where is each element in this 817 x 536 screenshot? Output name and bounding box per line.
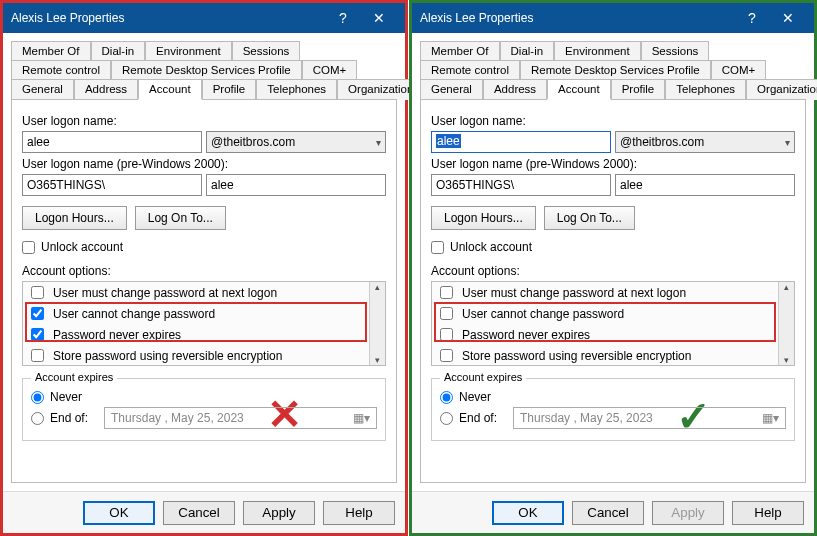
logon-name-input[interactable] xyxy=(22,131,202,153)
tab-member-of[interactable]: Member Of xyxy=(11,41,91,60)
pre2000-name-input[interactable] xyxy=(615,174,795,196)
tab-account[interactable]: Account xyxy=(138,79,202,100)
tab-row-1: Member Of Dial-in Environment Sessions xyxy=(11,41,397,60)
close-icon[interactable]: ✕ xyxy=(361,10,397,26)
account-panel: User logon name: @theitbros.com ▾ User l… xyxy=(11,99,397,483)
account-options-label: Account options: xyxy=(431,264,795,278)
logon-name-input[interactable]: alee xyxy=(431,131,611,153)
title: Alexis Lee Properties xyxy=(420,11,734,25)
account-options-list: User must change password at next logon … xyxy=(431,281,795,366)
tab-remote-control[interactable]: Remote control xyxy=(11,60,111,79)
expires-legend: Account expires xyxy=(440,371,526,383)
pre2000-label: User logon name (pre-Windows 2000): xyxy=(22,157,386,171)
tab-address[interactable]: Address xyxy=(74,79,138,100)
tab-rdsp[interactable]: Remote Desktop Services Profile xyxy=(520,60,711,79)
pre2000-domain-input[interactable] xyxy=(22,174,202,196)
ok-button[interactable]: OK xyxy=(492,501,564,525)
tab-remote-control[interactable]: Remote control xyxy=(420,60,520,79)
tab-telephones[interactable]: Telephones xyxy=(665,79,746,100)
dialog-left: Alexis Lee Properties ? ✕ Member Of Dial… xyxy=(0,0,408,536)
help-button[interactable]: Help xyxy=(323,501,395,525)
date-picker[interactable]: Thursday , May 25, 2023 ▦▾ xyxy=(104,407,377,429)
log-on-to-button[interactable]: Log On To... xyxy=(135,206,226,230)
radio-never[interactable]: Never xyxy=(31,390,377,404)
unlock-checkbox[interactable] xyxy=(22,241,35,254)
option-reversible[interactable]: Store password using reversible encrypti… xyxy=(432,345,794,366)
domain-value: @theitbros.com xyxy=(211,135,295,149)
titlebar: Alexis Lee Properties ? ✕ xyxy=(412,3,814,33)
cancel-button[interactable]: Cancel xyxy=(163,501,235,525)
radio-never[interactable]: Never xyxy=(440,390,786,404)
tab-sessions[interactable]: Sessions xyxy=(232,41,301,60)
tab-complus[interactable]: COM+ xyxy=(302,60,358,79)
logon-name-label: User logon name: xyxy=(431,114,795,128)
option-cannot-change[interactable]: User cannot change password xyxy=(23,303,385,324)
option-reversible[interactable]: Store password using reversible encrypti… xyxy=(23,345,385,366)
scrollbar[interactable]: ▴▾ xyxy=(369,282,385,365)
option-never-expires[interactable]: Password never expires xyxy=(23,324,385,345)
option-must-change[interactable]: User must change password at next logon xyxy=(432,282,794,303)
footer: OK Cancel Apply Help xyxy=(3,491,405,533)
tab-dial-in[interactable]: Dial-in xyxy=(500,41,555,60)
account-expires-group: Account expires Never End of: Thursday ,… xyxy=(431,378,795,441)
tab-row-2: Remote control Remote Desktop Services P… xyxy=(11,60,397,79)
account-panel: User logon name: alee @theitbros.com ▾ U… xyxy=(420,99,806,483)
tab-profile[interactable]: Profile xyxy=(202,79,257,100)
close-icon[interactable]: ✕ xyxy=(770,10,806,26)
tab-profile[interactable]: Profile xyxy=(611,79,666,100)
option-never-expires[interactable]: Password never expires xyxy=(432,324,794,345)
tab-member-of[interactable]: Member Of xyxy=(420,41,500,60)
scroll-up-icon: ▴ xyxy=(375,282,380,292)
unlock-account-checkbox[interactable]: Unlock account xyxy=(22,240,386,254)
domain-combo[interactable]: @theitbros.com ▾ xyxy=(206,131,386,153)
apply-button[interactable]: Apply xyxy=(652,501,724,525)
tab-telephones[interactable]: Telephones xyxy=(256,79,337,100)
tabs: Member Of Dial-in Environment Sessions R… xyxy=(420,41,806,100)
tab-complus[interactable]: COM+ xyxy=(711,60,767,79)
tab-account[interactable]: Account xyxy=(547,79,611,100)
expires-legend: Account expires xyxy=(31,371,117,383)
logon-hours-button[interactable]: Logon Hours... xyxy=(431,206,536,230)
dialog-right: Alexis Lee Properties ? ✕ Member Of Dial… xyxy=(409,0,817,536)
account-options-label: Account options: xyxy=(22,264,386,278)
tab-organization[interactable]: Organization xyxy=(746,79,817,100)
scrollbar[interactable]: ▴▾ xyxy=(778,282,794,365)
help-icon[interactable]: ? xyxy=(734,10,770,26)
logon-name-label: User logon name: xyxy=(22,114,386,128)
tab-sessions[interactable]: Sessions xyxy=(641,41,710,60)
unlock-account-checkbox[interactable]: Unlock account xyxy=(431,240,795,254)
domain-value: @theitbros.com xyxy=(620,135,704,149)
tab-environment[interactable]: Environment xyxy=(554,41,641,60)
option-cannot-change[interactable]: User cannot change password xyxy=(432,303,794,324)
apply-button[interactable]: Apply xyxy=(243,501,315,525)
ok-button[interactable]: OK xyxy=(83,501,155,525)
calendar-dropdown-icon: ▦▾ xyxy=(762,411,779,425)
log-on-to-button[interactable]: Log On To... xyxy=(544,206,635,230)
unlock-label: Unlock account xyxy=(41,240,123,254)
radio-end-of[interactable]: End of: Thursday , May 25, 2023 ▦▾ xyxy=(440,407,786,429)
unlock-label: Unlock account xyxy=(450,240,532,254)
unlock-checkbox[interactable] xyxy=(431,241,444,254)
titlebar: Alexis Lee Properties ? ✕ xyxy=(3,3,405,33)
help-button[interactable]: Help xyxy=(732,501,804,525)
pre2000-name-input[interactable] xyxy=(206,174,386,196)
tab-address[interactable]: Address xyxy=(483,79,547,100)
scroll-up-icon: ▴ xyxy=(784,282,789,292)
chevron-down-icon: ▾ xyxy=(785,137,790,148)
logon-hours-button[interactable]: Logon Hours... xyxy=(22,206,127,230)
tab-rdsp[interactable]: Remote Desktop Services Profile xyxy=(111,60,302,79)
domain-combo[interactable]: @theitbros.com ▾ xyxy=(615,131,795,153)
tab-dial-in[interactable]: Dial-in xyxy=(91,41,146,60)
account-expires-group: Account expires Never End of: Thursday ,… xyxy=(22,378,386,441)
tab-general[interactable]: General xyxy=(11,79,74,100)
pre2000-domain-input[interactable] xyxy=(431,174,611,196)
footer: OK Cancel Apply Help xyxy=(412,491,814,533)
tab-environment[interactable]: Environment xyxy=(145,41,232,60)
tab-general[interactable]: General xyxy=(420,79,483,100)
cancel-button[interactable]: Cancel xyxy=(572,501,644,525)
tabs: Member Of Dial-in Environment Sessions R… xyxy=(11,41,397,100)
radio-end-of[interactable]: End of: Thursday , May 25, 2023 ▦▾ xyxy=(31,407,377,429)
option-must-change[interactable]: User must change password at next logon xyxy=(23,282,385,303)
help-icon[interactable]: ? xyxy=(325,10,361,26)
date-picker[interactable]: Thursday , May 25, 2023 ▦▾ xyxy=(513,407,786,429)
